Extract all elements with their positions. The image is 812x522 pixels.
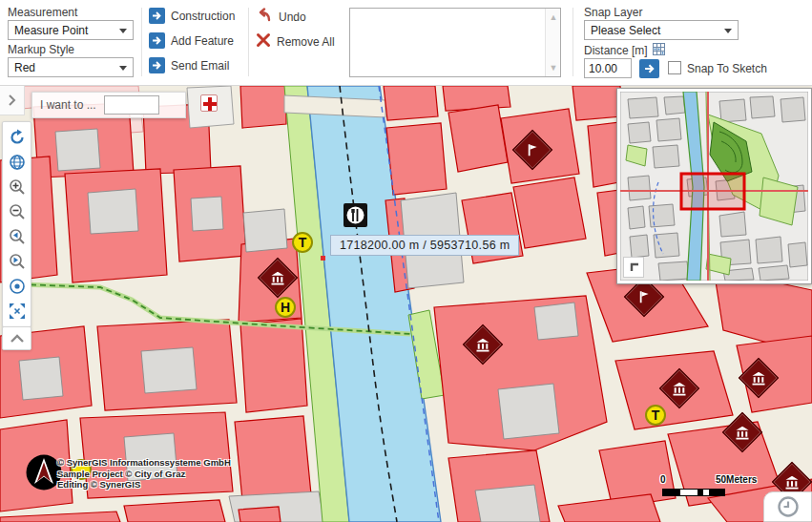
scroll-up-icon[interactable]: ▲ [549,12,558,22]
distance-label: Distance [m] [584,44,648,57]
zoom-out-icon [9,203,26,220]
markup-listbox[interactable]: ▲ ▼ [349,8,561,77]
flag-icon [526,143,539,157]
snap-layer-label: Snap Layer [584,6,642,19]
zoom-next-button[interactable] [3,249,31,274]
grid-icon [653,43,665,58]
map-copyright: © SynerGIS Informationssysteme GmbH Samp… [57,457,231,491]
undo-icon [256,8,273,26]
overview-collapse-button[interactable] [623,257,644,278]
tram-stop-marker[interactable]: T [645,405,666,426]
zoom-next-icon [9,253,26,270]
zoom-in-icon [9,178,26,196]
scroll-down-icon[interactable]: ▼ [549,63,558,73]
coordinate-tooltip: 1718200.00 m / 5953710.56 m [330,235,519,256]
overview-graphics [620,92,808,281]
copyright-line: Sample Project © City of Graz [57,469,231,480]
i-want-to-label: I want to ... [40,98,96,112]
history-button[interactable] [763,491,812,522]
first-aid-marker[interactable] [200,94,218,112]
i-want-to-widget: I want to ... [31,92,186,118]
panel-expander-button[interactable] [0,86,25,115]
fork-knife-icon [345,205,365,225]
corner-arrow-icon [628,261,640,274]
toolbar-ribbon: Measurement Measure Point Markup Style R… [0,0,812,86]
locate-icon [9,278,26,295]
expand-arrows-icon [9,303,26,320]
chevron-up-icon [10,334,24,343]
full-extent-button[interactable] [3,299,31,324]
zoom-previous-icon [9,228,26,245]
gis-application: Measurement Measure Point Markup Style R… [0,0,812,522]
blue-arrow-icon [149,32,165,49]
undo-button[interactable]: Undo [256,8,306,26]
globe-icon [9,154,26,171]
clock-icon [777,495,800,518]
chevron-right-icon [8,94,16,106]
map-canvas[interactable]: I want to ... T H T [0,86,812,522]
construction-button[interactable]: Construction [149,8,235,24]
measurement-label: Measurement [8,6,77,19]
remove-all-button[interactable]: Remove All [256,32,335,51]
museum-icon [673,382,687,396]
scale-start-label: 0 [660,474,666,485]
locate-button[interactable] [3,274,31,299]
overview-map[interactable] [616,88,812,284]
markup-style-dropdown[interactable]: Red [8,57,134,77]
measurement-dropdown[interactable]: Measure Point [8,20,134,40]
group-separator [141,8,142,76]
add-feature-button[interactable]: Add Feature [149,32,234,49]
copyright-line: Editing © SynerGIS [57,479,231,491]
group-separator [573,8,573,76]
copyright-line: © SynerGIS Informationssysteme GmbH [57,457,231,469]
refresh-icon [9,129,26,146]
flag-icon [637,290,651,304]
snap-to-sketch-checkbox[interactable] [668,61,681,74]
museum-icon [271,271,285,285]
send-email-button[interactable]: Send Email [149,57,229,73]
museum-icon [736,426,750,440]
toolbar-collapse-button[interactable] [2,326,31,350]
scale-end-label: 50Meters [716,474,757,485]
group-separator [248,8,249,76]
zoom-out-button[interactable] [3,199,31,224]
museum-icon [476,338,490,352]
distance-input[interactable] [584,58,632,78]
map-toolbar [2,121,31,327]
i-want-to-input[interactable] [104,95,159,115]
zoom-previous-button[interactable] [3,224,31,249]
scale-bar-graphic [662,489,725,496]
zoom-in-button[interactable] [3,175,31,199]
distance-label-row: Distance [m] [584,43,665,58]
chevron-down-icon [724,29,732,33]
globe-button[interactable] [3,150,31,175]
bus-stop-marker[interactable]: H [275,297,296,318]
museum-icon [785,475,800,490]
snap-to-sketch-label: Snap To Sketch [687,62,767,75]
chevron-down-icon [119,29,127,33]
snap-layer-dropdown[interactable]: Please Select [584,20,739,40]
refresh-button[interactable] [3,125,31,150]
apply-distance-button[interactable] [639,59,659,78]
listbox-scrollbar[interactable]: ▲ ▼ [545,9,560,76]
museum-icon [752,371,766,386]
restaurant-marker[interactable] [344,203,367,227]
markup-style-label: Markup Style [8,43,74,56]
blue-arrow-icon [149,57,165,73]
remove-icon [256,32,271,51]
chevron-down-icon [119,66,127,71]
blue-arrow-icon [149,8,165,24]
tram-stop-marker[interactable]: T [292,232,313,253]
measure-point [321,256,325,261]
